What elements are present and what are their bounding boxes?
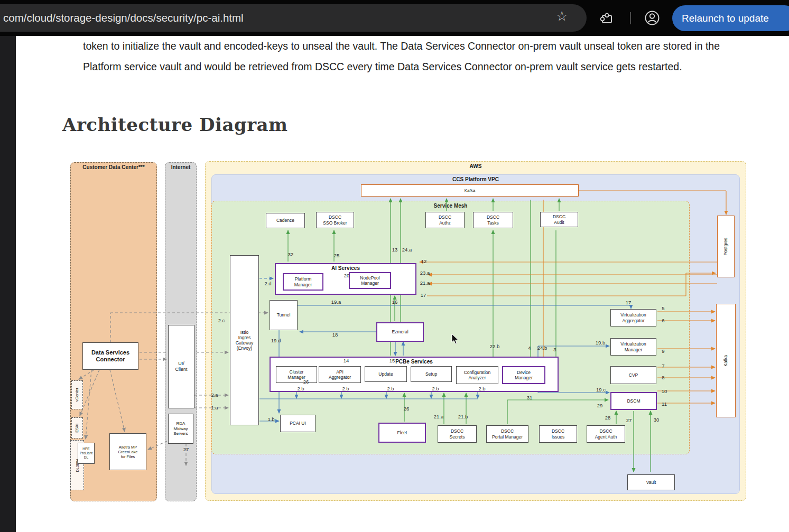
flow-number-label: 17 [626, 300, 632, 305]
flow-number-label: 32 [288, 251, 294, 257]
flow-number-label: 19.a [331, 299, 341, 305]
flow-number-label: 2.c [218, 318, 225, 323]
flow-number-label: 28 [605, 415, 611, 421]
flow-number-label: 6 [662, 318, 664, 323]
flow-number-label: 24.b [537, 345, 547, 351]
flow-number-label: 20 [344, 273, 350, 278]
flow-number-label: 1.a [211, 405, 218, 410]
flow-number-label: 16 [392, 299, 398, 305]
flow-number-label: 2.b [432, 386, 439, 391]
flow-number-label: 18 [332, 332, 338, 338]
body-paragraph: token to initialize the vault and encode… [83, 36, 757, 77]
page-title: Architecture Diagram [62, 114, 288, 135]
flow-number-label: 26 [404, 406, 410, 412]
left-dark-rail [0, 36, 16, 532]
flow-number-label: 19.c [596, 387, 606, 393]
flow-number-label: 8 [662, 375, 664, 380]
flow-number-label: 11 [662, 401, 667, 407]
flow-number-label: 24.a [402, 247, 412, 253]
flow-number-label: 17 [421, 292, 426, 298]
flow-number-label: 21.a [420, 280, 430, 286]
diagram-number-labels-layer: 32251324.a122.d2023.a21.a19.a16172.c1819… [62, 156, 748, 507]
flow-number-label: 15 [389, 358, 395, 363]
chrome-divider [630, 12, 631, 24]
flow-number-label: 23.a [420, 270, 430, 276]
flow-number-label: 14 [344, 358, 349, 363]
url-text[interactable]: com/cloud/storage-design/docs/security/p… [3, 4, 244, 32]
profile-icon[interactable] [644, 10, 661, 29]
flow-number-label: 2.b [342, 386, 349, 391]
flow-number-label: 2.b [387, 386, 394, 391]
flow-number-label: 12 [421, 258, 427, 264]
mouse-cursor [451, 333, 462, 345]
flow-number-label: 13 [392, 247, 398, 253]
url-bar[interactable]: com/cloud/storage-design/docs/security/p… [0, 4, 587, 32]
flow-number-label: 10 [662, 388, 667, 394]
flow-number-label: 19.b [596, 340, 606, 346]
flow-number-label: 4 [528, 345, 531, 351]
bookmark-star-icon[interactable]: ☆ [556, 10, 568, 23]
flow-number-label: 5 [662, 305, 664, 311]
flow-number-label: 7 [662, 363, 664, 369]
relaunch-to-update-button[interactable]: Relaunch to update [672, 5, 789, 31]
architecture-diagram: Customer Data Center***InternetAWSCCS Pl… [62, 156, 748, 507]
extensions-icon[interactable] [599, 11, 614, 27]
flow-number-label: 19.d [271, 338, 281, 343]
flow-number-label: 26 [303, 379, 309, 385]
flow-number-label: 1.b [267, 416, 274, 422]
flow-number-label: 25 [334, 253, 340, 258]
flow-number-label: 2.d [264, 281, 271, 286]
browser-chrome: com/cloud/storage-design/docs/security/p… [0, 0, 789, 36]
flow-number-label: 2.a [211, 392, 218, 398]
flow-number-label: 21.a [434, 414, 444, 419]
flow-number-label: 31 [527, 395, 533, 400]
flow-number-label: 29 [597, 403, 603, 408]
flow-number-label: 22.b [490, 343, 500, 349]
flow-number-label: 2.b [478, 386, 485, 391]
flow-number-label: 30 [654, 417, 660, 423]
flow-number-label: 3 [553, 347, 556, 352]
flow-number-label: 9 [662, 348, 664, 354]
flow-number-label: 27 [183, 446, 189, 452]
page-content: token to initialize the vault and encode… [16, 36, 789, 532]
flow-number-label: 2.b [297, 386, 304, 391]
flow-number-label: 27 [626, 417, 632, 423]
flow-number-label: 21.b [458, 414, 468, 419]
